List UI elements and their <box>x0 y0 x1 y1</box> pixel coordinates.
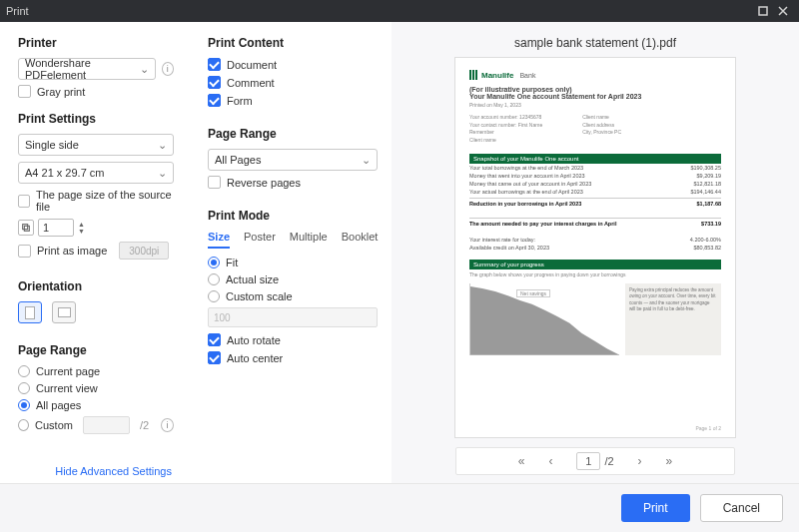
mode-custom-scale-label: Custom scale <box>226 290 293 302</box>
doc-r4b: $194,146.44 <box>690 189 721 195</box>
side-select-value: Single side <box>25 139 79 151</box>
copies-spinner[interactable]: 1 ▲▼ <box>18 219 174 237</box>
doc-r1a: Your total borrowings at the end of Marc… <box>469 165 583 171</box>
reverse-pages-label: Reverse pages <box>227 177 301 189</box>
window-title: Print <box>6 5 29 17</box>
printer-select[interactable]: Wondershare PDFelement ⌄ <box>18 58 156 80</box>
print-settings-heading: Print Settings <box>18 112 174 126</box>
content-form-label: Form <box>227 95 253 107</box>
doc-statement-title: Your Manulife One account Statement for … <box>469 93 721 100</box>
paper-select[interactable]: A4 21 x 29.7 cm ⌄ <box>18 162 174 184</box>
maximize-button[interactable] <box>753 1 773 21</box>
mode-fit[interactable]: Fit <box>208 257 382 268</box>
doc-r7b: 4.200-6.00% <box>690 237 721 243</box>
page-range-heading: Page Range <box>18 343 174 357</box>
checkbox-icon <box>208 76 221 89</box>
auto-center-checkbox[interactable]: Auto center <box>208 351 382 364</box>
doc-logo: Manulife Bank <box>469 70 721 80</box>
doc-r4a: Your actual borrowings at the end of Apr… <box>469 189 583 195</box>
page-range-select-value: All Pages <box>215 154 261 166</box>
mode-custom-scale[interactable]: Custom scale <box>208 290 382 302</box>
close-button[interactable] <box>773 1 793 21</box>
radio-icon <box>18 365 30 377</box>
pager-prev[interactable]: ‹ <box>548 454 552 468</box>
reverse-pages-checkbox[interactable]: Reverse pages <box>208 176 382 189</box>
tab-booklet[interactable]: Booklet <box>342 231 379 249</box>
radio-icon <box>208 257 220 268</box>
chevron-down-icon: ⌄ <box>140 63 149 76</box>
cancel-button[interactable]: Cancel <box>700 494 783 522</box>
checkbox-icon <box>208 94 221 107</box>
range-custom-total: /2 <box>140 419 149 431</box>
checkbox-icon <box>18 245 31 258</box>
mode-actual[interactable]: Actual size <box>208 273 382 285</box>
spinner-arrows[interactable]: ▲▼ <box>78 221 85 235</box>
tab-multiple[interactable]: Multiple <box>290 231 328 249</box>
side-select[interactable]: Single side ⌄ <box>18 134 174 156</box>
doc-logo-sub: Bank <box>519 72 535 79</box>
orientation-landscape[interactable] <box>52 301 76 323</box>
radio-icon <box>208 273 220 285</box>
range-custom-input[interactable] <box>83 416 130 434</box>
hide-advanced-link[interactable]: Hide Advanced Settings <box>55 465 172 477</box>
print-content-heading: Print Content <box>208 36 382 50</box>
square-icon <box>758 6 768 16</box>
pager-next[interactable]: › <box>638 454 642 468</box>
pager-last[interactable]: » <box>666 454 673 468</box>
doc-illustrative: (For illustrative purposes only) <box>469 86 721 93</box>
range-current-view[interactable]: Current view <box>18 382 174 394</box>
copies-value[interactable]: 1 <box>38 219 74 237</box>
printer-info-icon[interactable]: i <box>162 62 174 76</box>
doc-acct-l2: Your contact number: First Name <box>469 122 542 130</box>
range-info-icon[interactable]: i <box>161 418 174 432</box>
doc-r8a: Available credit on April 30, 2023 <box>469 245 549 251</box>
tab-size[interactable]: Size <box>208 231 230 249</box>
doc-r6b: $733.19 <box>701 221 721 227</box>
orientation-portrait[interactable] <box>18 301 42 323</box>
page-range-select[interactable]: All Pages ⌄ <box>208 149 378 171</box>
range-current-page[interactable]: Current page <box>18 365 174 377</box>
mid-page-range-heading: Page Range <box>208 127 382 141</box>
doc-acct-r1: Client name <box>582 114 621 122</box>
preview-pager: « ‹ 1 /2 › » <box>455 447 735 475</box>
svg-rect-1 <box>23 225 28 230</box>
doc-r1b: $190,308.25 <box>690 165 721 171</box>
pager-page-input[interactable]: 1 <box>576 452 600 470</box>
doc-logo-name: Manulife <box>481 71 513 80</box>
chart-legend: Net savings <box>516 289 550 297</box>
radio-icon <box>18 399 30 411</box>
mode-tabs: Size Poster Multiple Booklet <box>208 231 382 249</box>
doc-acct-l4: Client name <box>469 137 542 145</box>
svg-rect-2 <box>24 226 29 231</box>
auto-rotate-checkbox[interactable]: Auto rotate <box>208 333 382 346</box>
doc-r8b: $80,853.82 <box>693 245 721 251</box>
range-all-pages[interactable]: All pages <box>18 399 174 411</box>
orientation-heading: Orientation <box>18 279 174 293</box>
orientation-group <box>18 301 174 323</box>
printer-select-value: Wondershare PDFelement <box>25 57 149 81</box>
tab-poster[interactable]: Poster <box>244 231 276 249</box>
content-comment-checkbox[interactable]: Comment <box>208 76 382 89</box>
doc-r3a: Money that came out of your account in A… <box>469 181 591 187</box>
source-size-label: The page size of the source file <box>36 189 174 213</box>
dpi-field: 300dpi <box>119 242 169 260</box>
doc-printed: Printed on May 1, 2023 <box>469 102 721 108</box>
content-form-checkbox[interactable]: Form <box>208 94 382 107</box>
range-current-view-label: Current view <box>36 382 98 394</box>
print-as-image-checkbox[interactable]: Print as image 300dpi <box>18 242 174 260</box>
gray-print-checkbox[interactable]: Gray print <box>18 85 174 98</box>
checkbox-icon <box>18 195 30 208</box>
manulife-icon <box>469 70 477 80</box>
doc-acct-r3: City, Province PC <box>582 129 621 137</box>
range-custom-label: Custom <box>35 419 73 431</box>
checkbox-icon <box>208 58 221 71</box>
print-button[interactable]: Print <box>621 494 690 522</box>
doc-r5b: $1,187.68 <box>697 201 721 207</box>
pager-first[interactable]: « <box>518 454 525 468</box>
range-all-pages-label: All pages <box>36 399 81 411</box>
source-size-checkbox[interactable]: The page size of the source file <box>18 189 174 213</box>
content-document-checkbox[interactable]: Document <box>208 58 382 71</box>
custom-scale-field: 100 <box>208 307 378 327</box>
doc-chart: Net savings <box>469 283 619 355</box>
range-custom[interactable]: Custom /2 i <box>18 416 174 434</box>
